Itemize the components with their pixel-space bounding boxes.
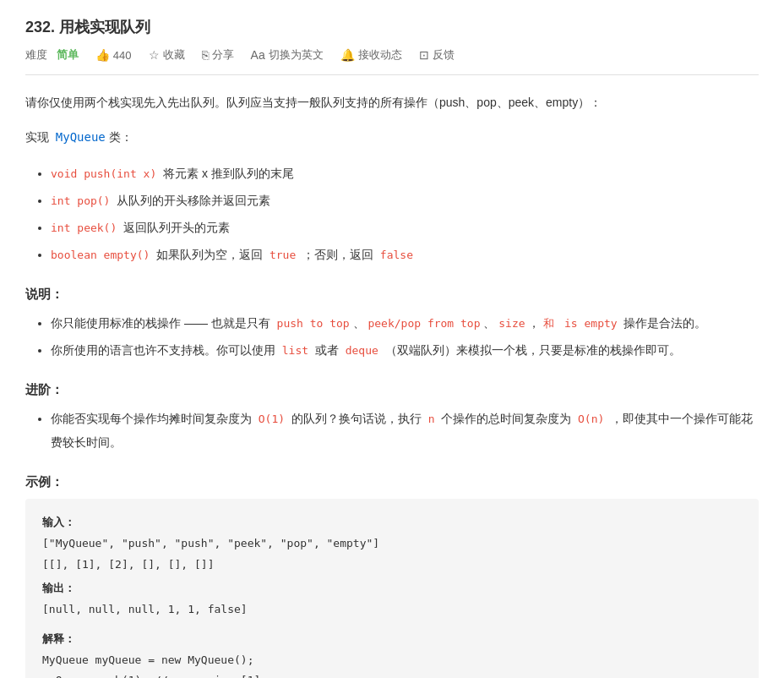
share-icon: ⎘ bbox=[202, 48, 209, 62]
list-item: int peek() 返回队列开头的元素 bbox=[51, 216, 759, 239]
meta-bar: 难度 简单 👍 440 ☆ 收藏 ⎘ 分享 Aa 切换为英文 🔔 接收动态 ⊡ … bbox=[25, 47, 759, 75]
output-value: [null, null, null, 1, 1, false] bbox=[42, 603, 248, 615]
problem-title-text: 用栈实现队列 bbox=[59, 19, 150, 36]
difficulty-label: 难度 简单 bbox=[25, 47, 79, 63]
collect-button[interactable]: ☆ 收藏 bbox=[149, 47, 185, 63]
output-section: 输出： [null, null, null, 1, 1, false] bbox=[42, 578, 742, 620]
explanation-section: 解释： MyQueue myQueue = new MyQueue(); myQ… bbox=[42, 629, 742, 678]
list-item: void push(int x) 将元素 x 推到队列的末尾 bbox=[51, 161, 759, 185]
problem-number: 232. bbox=[25, 19, 55, 36]
translate-icon: Aa bbox=[251, 48, 265, 62]
list-item: 你所使用的语言也许不支持栈。你可以使用 list 或者 deque （双端队列）… bbox=[51, 338, 759, 362]
code-line-0: MyQueue myQueue = new MyQueue(); bbox=[42, 653, 253, 666]
difficulty-value: 简单 bbox=[57, 48, 79, 61]
list-item: 你能否实现每个操作均摊时间复杂度为 O(1) 的队列？换句话说，执行 n 个操作… bbox=[51, 407, 759, 454]
problem-title: 232. 用栈实现队列 bbox=[25, 17, 759, 37]
input-label: 输入： bbox=[42, 516, 75, 528]
advanced-list: 你能否实现每个操作均摊时间复杂度为 O(1) 的队列？换句话说，执行 n 个操作… bbox=[51, 407, 759, 454]
explanation-label: 解释： bbox=[42, 632, 75, 645]
list-item: int pop() 从队列的开头移除并返回元素 bbox=[51, 189, 759, 212]
switch-lang-button[interactable]: Aa 切换为英文 bbox=[251, 47, 324, 63]
input-section: 输入： ["MyQueue", "push", "push", "peek", … bbox=[42, 512, 742, 575]
notes-heading: 说明： bbox=[25, 287, 759, 303]
advanced-heading: 进阶： bbox=[25, 382, 759, 398]
star-icon: ☆ bbox=[149, 48, 160, 62]
receive-button[interactable]: 🔔 接收动态 bbox=[340, 47, 402, 63]
page-container: 232. 用栈实现队列 难度 简单 👍 440 ☆ 收藏 ⎘ 分享 Aa 切换为… bbox=[0, 0, 784, 678]
list-item: 你只能使用标准的栈操作 —— 也就是只有 push to top 、 peek/… bbox=[51, 311, 759, 335]
feedback-button[interactable]: ⊡ 反馈 bbox=[419, 47, 455, 63]
methods-list: void push(int x) 将元素 x 推到队列的末尾 int pop()… bbox=[51, 161, 759, 266]
input-line1: ["MyQueue", "push", "push", "peek", "pop… bbox=[42, 537, 379, 550]
input-line2: [[], [1], [2], [], [], []] bbox=[42, 558, 215, 571]
implement-label: 实现 MyQueue 类： bbox=[25, 127, 759, 148]
likes-button[interactable]: 👍 440 bbox=[95, 48, 132, 62]
share-button[interactable]: ⎘ 分享 bbox=[202, 47, 234, 63]
notes-list: 你只能使用标准的栈操作 —— 也就是只有 push to top 、 peek/… bbox=[51, 311, 759, 362]
example-block: 输入： ["MyQueue", "push", "push", "peek", … bbox=[25, 499, 759, 678]
code-line-1: myQueue.push(1); // queue is: [1] bbox=[42, 674, 260, 678]
bell-icon: 🔔 bbox=[340, 48, 355, 62]
list-item: boolean empty() 如果队列为空，返回 true ；否则，返回 fa… bbox=[51, 243, 759, 266]
example-heading: 示例： bbox=[25, 474, 759, 490]
feedback-icon: ⊡ bbox=[419, 48, 429, 62]
thumbs-up-icon: 👍 bbox=[95, 48, 110, 62]
output-label: 输出： bbox=[42, 582, 75, 594]
intro-text: 请你仅使用两个栈实现先入先出队列。队列应当支持一般队列支持的所有操作（push、… bbox=[25, 92, 759, 113]
